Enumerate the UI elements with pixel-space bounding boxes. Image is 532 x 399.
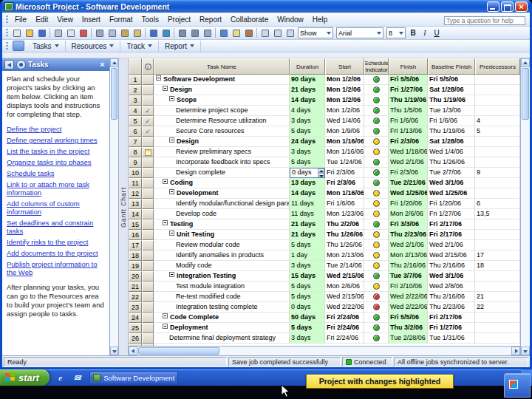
guide-tasks-button[interactable]: Tasks	[27, 41, 66, 52]
predecessors-cell[interactable]	[475, 240, 520, 250]
row-number-cell[interactable]: 20	[129, 271, 142, 282]
finish-cell[interactable]: Wed 2/1/06	[389, 240, 428, 250]
link-identify-risks-to-the-project[interactable]: Identify risks to the project	[7, 238, 105, 246]
duration-spinner[interactable]	[318, 168, 324, 177]
schedule-indicator-cell[interactable]	[364, 157, 389, 168]
finish-cell[interactable]: Thu 1/5/06	[389, 106, 428, 116]
schedule-indicator-cell[interactable]	[364, 147, 389, 157]
schedule-indicator-cell[interactable]	[364, 199, 389, 209]
changes-highlighted-callout[interactable]: Project with changes highlighted	[306, 374, 454, 389]
duration-cell[interactable]: 0 days	[290, 302, 325, 313]
start-cell[interactable]: Fri 2/24/06	[325, 333, 364, 344]
row-number-cell[interactable]: 16	[129, 230, 142, 240]
scroll-up-icon[interactable]	[110, 58, 118, 67]
row-number-cell[interactable]: 22	[129, 292, 142, 302]
row-number-cell[interactable]: 2	[129, 85, 142, 95]
predecessors-cell[interactable]: 17	[475, 250, 520, 261]
duration-cell[interactable]: 4 days	[290, 106, 325, 116]
predecessors-cell[interactable]: 4	[475, 116, 520, 126]
link-list-the-tasks-in-the-project[interactable]: List the tasks in the project	[7, 147, 105, 155]
schedule-indicator-cell[interactable]	[364, 313, 389, 323]
collapse-icon[interactable]	[169, 189, 174, 194]
duration-cell[interactable]: 1 day	[290, 250, 325, 261]
row-number-cell[interactable]: 8	[129, 147, 142, 157]
indicator-cell[interactable]	[142, 199, 154, 209]
undo-icon[interactable]	[147, 27, 160, 38]
baseline-finish-cell[interactable]: Wed 1/25/06	[428, 188, 475, 199]
collapse-icon[interactable]	[163, 324, 168, 329]
assign-resources-icon[interactable]	[242, 27, 255, 38]
link-add-columns-of-custom-information[interactable]: Add columns of custom information	[7, 200, 105, 216]
schedule-indicator-cell[interactable]	[364, 271, 389, 282]
baseline-finish-cell[interactable]: Sat 1/28/06	[428, 85, 475, 95]
finish-cell[interactable]: Mon 2/13/06	[389, 250, 428, 261]
menu-help[interactable]: Help	[308, 15, 332, 24]
split-task-icon[interactable]	[201, 27, 214, 38]
baseline-finish-cell[interactable]: Tue 1/3/06	[428, 106, 475, 116]
indicator-cell[interactable]	[142, 323, 154, 333]
indicator-cell[interactable]	[142, 302, 154, 313]
start-cell[interactable]: Wed 2/22/06	[325, 302, 364, 313]
link-tasks-icon[interactable]	[176, 27, 188, 38]
predecessors-cell[interactable]	[475, 75, 520, 85]
menu-collaborate[interactable]: Collaborate	[226, 15, 273, 24]
baseline-finish-cell[interactable]: Wed 2/8/06	[428, 282, 475, 292]
predecessors-cell[interactable]	[475, 85, 520, 95]
finish-cell[interactable]: Fri 1/6/06	[389, 116, 428, 126]
indicators-column-header[interactable]	[142, 58, 154, 75]
guide-report-button[interactable]: Report	[159, 41, 201, 52]
row-number-cell[interactable]: 6	[129, 126, 142, 137]
duration-cell[interactable]: 21 days	[290, 219, 325, 230]
predecessors-cell[interactable]	[475, 95, 520, 106]
start-cell[interactable]: Fri 2/3/06	[325, 168, 364, 178]
schedule-indicator-cell[interactable]	[364, 85, 389, 95]
duration-cell[interactable]: 21 days	[290, 85, 325, 95]
scroll-right-icon[interactable]	[511, 347, 520, 355]
collapse-icon[interactable]	[169, 96, 174, 101]
duration-cell[interactable]: 13 days	[290, 178, 325, 188]
menu-insert[interactable]: Insert	[78, 15, 105, 24]
indicator-cell[interactable]	[142, 292, 154, 302]
duration-cell[interactable]: 3 days	[290, 261, 325, 271]
schedule-indicator-cell[interactable]	[364, 106, 389, 116]
schedule-indicator-cell[interactable]	[364, 261, 389, 271]
new-document-icon[interactable]	[10, 27, 23, 38]
column-header-start[interactable]: Start	[325, 58, 364, 75]
baseline-finish-cell[interactable]: Fri 1/6/06	[428, 116, 475, 126]
start-cell[interactable]: Mon 1/2/06	[325, 75, 364, 85]
schedule-indicator-cell[interactable]	[364, 126, 389, 137]
collapse-icon[interactable]	[169, 272, 174, 277]
finish-cell[interactable]: Thu 2/23/06	[389, 230, 428, 240]
scrollbar-track[interactable]	[110, 120, 118, 347]
task-name-cell[interactable]: Scope	[154, 95, 290, 106]
taskbar-window-button[interactable]: Software Development	[89, 372, 178, 384]
row-number-cell[interactable]: 21	[129, 282, 142, 292]
scroll-down-icon[interactable]	[110, 347, 118, 355]
menu-format[interactable]: Format	[105, 15, 137, 24]
duration-cell[interactable]: 90 days	[290, 75, 325, 85]
indicator-cell[interactable]	[142, 333, 154, 344]
finish-cell[interactable]: Wed 1/18/06	[389, 147, 428, 157]
indicator-cell[interactable]	[142, 178, 154, 188]
row-number-cell[interactable]: 12	[129, 188, 142, 199]
indicator-cell[interactable]: ✓	[142, 106, 154, 116]
baseline-finish-cell[interactable]: Fri 1/20/06	[428, 199, 475, 209]
link-publish-project-information-to-the-web[interactable]: Publish project information to the Web	[7, 260, 105, 276]
start-cell[interactable]: Fri 1/6/06	[325, 199, 364, 209]
column-header-finish[interactable]: Finish	[389, 58, 428, 75]
unlink-tasks-icon[interactable]	[188, 27, 201, 38]
predecessors-cell[interactable]	[475, 230, 520, 240]
help-question-input[interactable]	[444, 16, 525, 25]
duration-cell[interactable]: 14 days	[290, 95, 325, 106]
duration-cell[interactable]: 5 days	[290, 126, 325, 137]
task-name-cell[interactable]: Test module integration	[154, 282, 290, 292]
paste-icon[interactable]	[118, 27, 131, 38]
title-bar[interactable]: Microsoft Project - Software Development	[2, 0, 530, 13]
baseline-finish-cell[interactable]: Fri 5/5/06	[428, 75, 475, 85]
task-name-cell[interactable]: Re-test modified code	[154, 292, 290, 302]
task-name-cell[interactable]: Software Development	[154, 75, 290, 85]
start-cell[interactable]: Wed 1/4/06	[325, 116, 364, 126]
indicator-cell[interactable]	[142, 75, 154, 85]
font-name-dropdown[interactable]: Arial	[336, 27, 383, 38]
link-link-to-or-attach-more-task-information[interactable]: Link to or attach more task information	[7, 180, 105, 197]
